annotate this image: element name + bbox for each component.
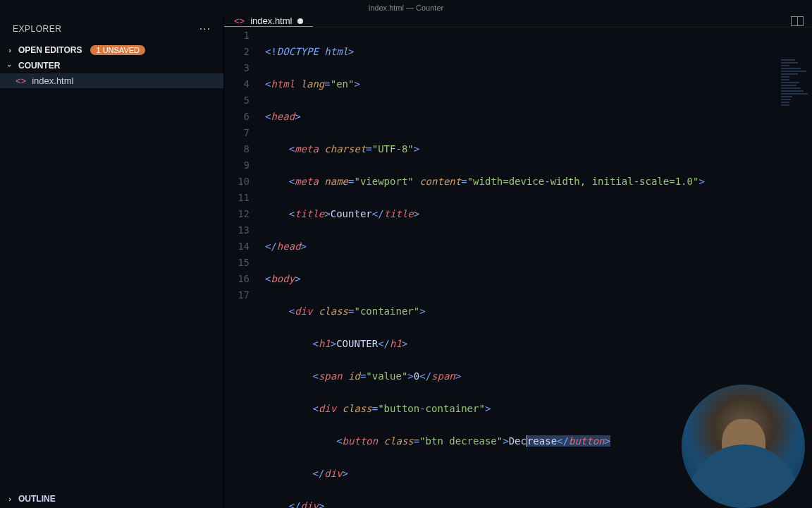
webcam-overlay (682, 385, 805, 508)
tab-bar: <> index.html (224, 16, 812, 28)
unsaved-dot-icon (297, 18, 303, 24)
minimap[interactable] (781, 59, 809, 116)
explorer-title: EXPLORER (13, 24, 61, 34)
open-editors-label: OPEN EDITORS (18, 45, 82, 55)
file-name: index.html (32, 75, 73, 86)
open-editors-section[interactable]: › OPEN EDITORS 1 UNSAVED (0, 42, 223, 58)
window-title: index.html — Counter (369, 4, 443, 12)
outline-section[interactable]: › OUTLINE (0, 490, 223, 508)
line-gutter: 1234567891011121314151617 (224, 28, 265, 508)
chevron-down-icon: › (6, 61, 14, 70)
project-folder-section[interactable]: › COUNTER (0, 58, 223, 73)
html-file-icon: <> (16, 75, 26, 86)
file-tree-item[interactable]: <> index.html (0, 73, 223, 88)
explorer-actions-icon[interactable]: ··· (199, 23, 211, 35)
unsaved-badge: 1 UNSAVED (90, 45, 145, 55)
tab-label: index.html (250, 16, 292, 26)
explorer-sidebar: EXPLORER ··· › OPEN EDITORS 1 UNSAVED › … (0, 16, 224, 508)
html-file-icon: <> (234, 16, 245, 26)
window-titlebar: index.html — Counter (0, 0, 812, 16)
outline-label: OUTLINE (18, 494, 56, 504)
project-name: COUNTER (18, 61, 60, 71)
chevron-right-icon: › (6, 495, 14, 503)
tab-index-html[interactable]: <> index.html (224, 16, 313, 27)
chevron-right-icon: › (6, 46, 14, 54)
split-editor-icon[interactable] (791, 16, 804, 26)
